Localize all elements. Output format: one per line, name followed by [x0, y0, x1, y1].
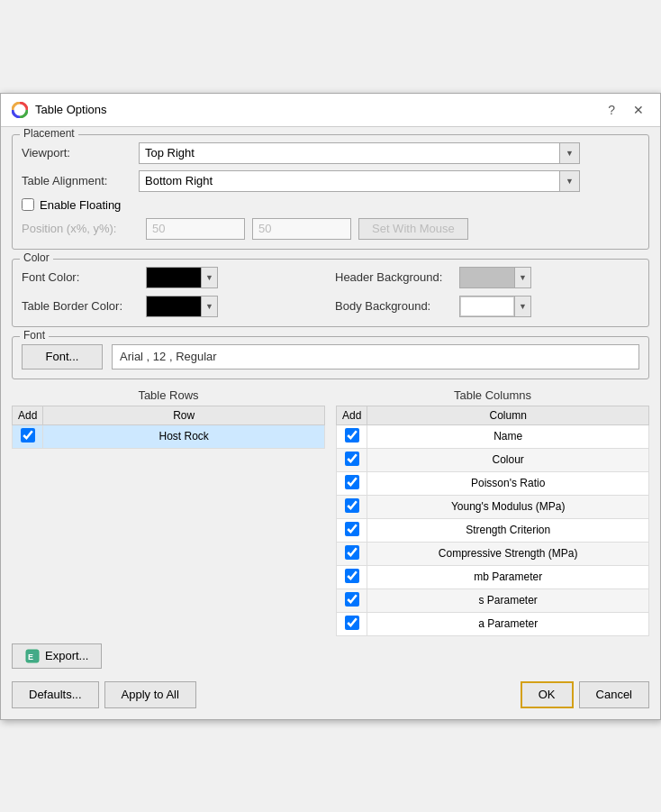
title-bar-left: Table Options	[12, 102, 107, 118]
table-rows-table: Add Row Host Rock	[12, 406, 325, 449]
export-button[interactable]: E Export...	[12, 643, 102, 669]
list-item: Strength Criterion	[337, 518, 649, 542]
cols-col-add-header: Add	[337, 406, 367, 424]
footer-right: OK Cancel	[521, 681, 649, 708]
list-item: Name	[337, 424, 649, 448]
col-checkbox[interactable]	[345, 522, 359, 536]
dialog-body: Placement Viewport: Top Right ▼ Table Al…	[1, 127, 660, 719]
col-checkbox[interactable]	[345, 616, 359, 630]
col-name: Compressive Strength (MPa)	[367, 542, 649, 565]
set-with-mouse-button[interactable]: Set With Mouse	[358, 218, 468, 240]
border-color-label: Table Border Color:	[22, 299, 139, 313]
defaults-button[interactable]: Defaults...	[12, 681, 99, 708]
export-icon: E	[25, 649, 40, 663]
col-name: Name	[367, 424, 649, 448]
cols-col-column-header: Column	[367, 406, 649, 424]
border-color-button[interactable]: ▼	[146, 296, 218, 317]
position-label: Position (x%, y%):	[22, 222, 139, 235]
table-rows-header: Table Rows	[12, 388, 325, 402]
font-color-label: Font Color:	[22, 270, 139, 284]
body-bg-arrow-icon: ▼	[514, 297, 530, 316]
border-color-arrow-icon: ▼	[201, 297, 217, 316]
col-checkbox[interactable]	[345, 475, 359, 489]
alignment-row: Table Alignment: Bottom Right ▼	[22, 170, 639, 192]
border-color-swatch	[147, 297, 201, 316]
body-bg-swatch	[460, 297, 514, 316]
svg-text:E: E	[28, 652, 33, 661]
viewport-dropdown[interactable]: Top Right ▼	[139, 142, 580, 164]
alignment-value: Bottom Right	[140, 174, 559, 187]
ok-button[interactable]: OK	[521, 681, 574, 708]
body-bg-button[interactable]: ▼	[459, 296, 531, 317]
dialog-footer: Defaults... Apply to All OK Cancel	[12, 676, 649, 710]
col-name: Poisson's Ratio	[367, 471, 649, 495]
col-checkbox[interactable]	[345, 569, 359, 583]
table-row: Host Rock	[13, 424, 325, 448]
help-button[interactable]: ?	[602, 101, 620, 119]
col-name: s Parameter	[367, 588, 649, 612]
color-grid: Font Color: ▼ Header Background: ▼ Table…	[22, 267, 639, 317]
font-color-swatch	[147, 268, 201, 287]
dialog-title: Table Options	[35, 103, 107, 116]
header-bg-row: Header Background: ▼	[335, 267, 639, 288]
col-checkbox[interactable]	[345, 428, 359, 442]
viewport-row: Viewport: Top Right ▼	[22, 142, 639, 164]
col-checkbox[interactable]	[345, 452, 359, 466]
header-bg-arrow-icon: ▼	[514, 268, 530, 287]
font-button[interactable]: Font...	[22, 344, 103, 370]
list-item: mb Parameter	[337, 565, 649, 588]
tables-area: Table Rows Add Row Host Rock Table C	[12, 388, 649, 636]
row-checkbox[interactable]	[21, 428, 35, 442]
font-color-arrow-icon: ▼	[201, 268, 217, 287]
header-bg-button[interactable]: ▼	[459, 267, 531, 288]
alignment-dropdown[interactable]: Bottom Right ▼	[139, 170, 580, 192]
viewport-label: Viewport:	[22, 146, 139, 160]
enable-floating-label: Enable Floating	[40, 198, 121, 212]
viewport-value: Top Right	[140, 146, 559, 160]
font-display: Arial , 12 , Regular	[112, 344, 639, 370]
body-bg-label: Body Background:	[335, 299, 452, 313]
app-icon	[12, 102, 28, 118]
placement-group: Placement Viewport: Top Right ▼ Table Al…	[12, 134, 649, 250]
font-group-label: Font	[20, 329, 49, 342]
col-name: Colour	[367, 448, 649, 471]
rows-col-add-header: Add	[13, 406, 43, 424]
close-button[interactable]: ✕	[628, 101, 649, 119]
table-columns-section: Table Columns Add Column Name Colour Poi…	[336, 388, 649, 636]
enable-floating-row: Enable Floating	[22, 198, 639, 212]
list-item: s Parameter	[337, 588, 649, 612]
body-bg-row: Body Background: ▼	[335, 296, 639, 317]
apply-to-all-button[interactable]: Apply to All	[104, 681, 196, 708]
viewport-arrow-icon: ▼	[559, 143, 579, 163]
alignment-arrow-icon: ▼	[559, 171, 579, 191]
list-item: Young's Modulus (MPa)	[337, 495, 649, 518]
alignment-label: Table Alignment:	[22, 174, 139, 187]
col-name: a Parameter	[367, 612, 649, 635]
position-y-input[interactable]	[252, 218, 351, 240]
rows-col-row-header: Row	[43, 406, 325, 424]
col-checkbox[interactable]	[345, 545, 359, 560]
export-row: E Export...	[12, 643, 649, 669]
color-group-label: Color	[20, 251, 53, 264]
table-columns-header: Table Columns	[336, 388, 649, 402]
export-label: Export...	[45, 649, 88, 662]
list-item: a Parameter	[337, 612, 649, 635]
header-bg-swatch	[460, 268, 514, 287]
table-options-dialog: Table Options ? ✕ Placement Viewport: To…	[0, 93, 661, 720]
cancel-button[interactable]: Cancel	[579, 681, 649, 708]
col-name: Strength Criterion	[367, 518, 649, 542]
table-columns-table: Add Column Name Colour Poisson's Ratio Y…	[336, 406, 649, 636]
position-x-input[interactable]	[146, 218, 245, 240]
col-checkbox[interactable]	[345, 498, 359, 513]
enable-floating-checkbox[interactable]	[22, 198, 34, 211]
font-color-button[interactable]: ▼	[146, 267, 218, 288]
header-bg-label: Header Background:	[335, 270, 452, 284]
table-rows-section: Table Rows Add Row Host Rock	[12, 388, 325, 636]
col-checkbox[interactable]	[345, 592, 359, 607]
font-group: Font Font... Arial , 12 , Regular	[12, 336, 649, 379]
border-color-row: Table Border Color: ▼	[22, 296, 326, 317]
row-name: Host Rock	[43, 424, 325, 448]
font-color-row: Font Color: ▼	[22, 267, 326, 288]
title-bar: Table Options ? ✕	[1, 94, 660, 127]
list-item: Poisson's Ratio	[337, 471, 649, 495]
